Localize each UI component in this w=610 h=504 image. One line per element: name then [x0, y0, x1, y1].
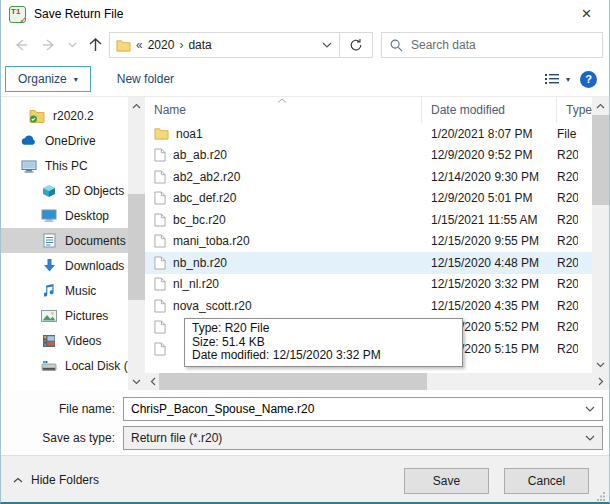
- search-box: [381, 32, 603, 58]
- save-as-type-dropdown[interactable]: Return file (*.r20): [123, 426, 603, 450]
- back-icon[interactable]: [9, 33, 33, 57]
- dialog-footer: Hide Folders Save Cancel: [1, 455, 609, 504]
- sidebar-item-this-pc[interactable]: This PC: [1, 153, 128, 178]
- scroll-right-icon[interactable]: [592, 373, 609, 390]
- file-row-ab2-ab2[interactable]: ab2_ab2.r20 12/14/2020 9:30 PM R20 File: [145, 166, 592, 188]
- window-title: Save Return File: [34, 7, 123, 21]
- breadcrumb-item-2020[interactable]: 2020: [148, 38, 175, 52]
- search-input[interactable]: [411, 38, 594, 52]
- scroll-down-icon[interactable]: [128, 373, 145, 390]
- sidebar-item-label: Desktop: [65, 209, 109, 223]
- scrollbar-thumb[interactable]: [592, 115, 609, 205]
- navigation-bar: « 2020 › data: [1, 28, 609, 62]
- sidebar-item-label: OneDrive: [45, 134, 96, 148]
- breadcrumb-path[interactable]: « 2020 › data: [110, 33, 315, 57]
- save-dialog-window: T1 ✓ Save Return File × « 2020: [0, 0, 610, 504]
- sidebar-item-label: Pictures: [65, 309, 108, 323]
- chevron-up-icon: [13, 477, 23, 483]
- forward-icon[interactable]: [37, 33, 61, 57]
- sidebar-item-videos[interactable]: Videos: [1, 328, 128, 353]
- list-view-icon: [544, 72, 560, 86]
- file-row-bc-bc[interactable]: bc_bc.r20 1/15/2021 11:55 AM R20 File: [145, 209, 592, 231]
- column-header-type[interactable]: Type: [557, 97, 592, 123]
- scroll-up-icon[interactable]: [592, 97, 609, 114]
- file-name-label: File name:: [1, 402, 123, 416]
- address-dropdown-icon[interactable]: [315, 33, 339, 57]
- refresh-icon[interactable]: [339, 33, 372, 57]
- sidebar-item-music[interactable]: Music: [1, 278, 128, 303]
- sidebar-item-label: Downloads: [65, 259, 124, 273]
- file-icon: [154, 191, 166, 205]
- organize-label: Organize: [18, 72, 67, 86]
- sidebar-item-3d-objects[interactable]: 3D Objects: [1, 178, 128, 203]
- recent-locations-chevron-icon[interactable]: [65, 33, 79, 57]
- scroll-down-icon[interactable]: [592, 356, 609, 373]
- cancel-button[interactable]: Cancel: [504, 468, 589, 494]
- file-row-nova-scott[interactable]: nova_scott.r20 12/15/2020 4:35 PM R20 Fi…: [145, 295, 592, 317]
- sidebar-item-r2020[interactable]: r2020.2: [1, 103, 128, 128]
- document-icon: [41, 233, 57, 248]
- sidebar-item-label: r2020.2: [53, 109, 94, 123]
- close-icon[interactable]: ×: [564, 0, 609, 28]
- new-folder-button[interactable]: New folder: [107, 66, 184, 92]
- chevron-down-icon[interactable]: [578, 406, 602, 412]
- scroll-up-icon[interactable]: [128, 97, 145, 114]
- help-icon[interactable]: ?: [580, 71, 597, 88]
- sidebar-item-pictures[interactable]: Pictures: [1, 303, 128, 328]
- hide-folders-button[interactable]: Hide Folders: [13, 473, 99, 487]
- file-name-input[interactable]: [124, 402, 578, 416]
- tooltip-type: Type: R20 File: [192, 322, 455, 336]
- file-name-combobox: [123, 397, 603, 421]
- file-row-mani-toba[interactable]: mani_toba.r20 12/15/2020 9:55 PM R20 Fil…: [145, 231, 592, 253]
- sidebar-item-downloads[interactable]: Downloads: [1, 253, 128, 278]
- sidebar-item-documents[interactable]: Documents: [1, 228, 128, 253]
- file-row-abc-def[interactable]: abc_def.r20 12/9/2020 5:01 PM R20 File: [145, 188, 592, 210]
- file-row-noa1[interactable]: noa1 1/20/2021 8:07 PM File folder: [145, 123, 592, 145]
- resize-grip[interactable]: [597, 492, 606, 501]
- up-icon[interactable]: [83, 33, 107, 57]
- folder-icon: [154, 127, 169, 140]
- sidebar-item-label: Documents: [65, 234, 126, 248]
- sidebar-item-label: Local Disk (C:): [65, 359, 128, 373]
- breadcrumb-collapse[interactable]: «: [136, 38, 143, 52]
- t1-app-icon: T1 ✓: [9, 6, 26, 23]
- file-list-scrollbar[interactable]: [592, 97, 609, 373]
- scrollbar-thumb[interactable]: [159, 373, 427, 390]
- new-folder-label: New folder: [117, 72, 174, 86]
- file-row-nl-nl[interactable]: nl_nl.r20 12/15/2020 3:32 PM R20 File: [145, 274, 592, 296]
- save-as-type-label: Save as type:: [1, 431, 123, 445]
- change-view-button[interactable]: ▾: [544, 72, 570, 86]
- navigation-pane: r2020.2 OneDrive This PC 3D Objects: [1, 97, 128, 390]
- scrollbar-thumb[interactable]: [128, 194, 145, 300]
- chevron-down-icon: ▾: [566, 75, 570, 84]
- synced-folder-icon: [29, 109, 45, 123]
- file-row-nb-nb[interactable]: nb_nb.r20 12/15/2020 4:48 PM R20 File: [145, 252, 592, 274]
- file-icon: [154, 277, 166, 291]
- breadcrumb-separator: ›: [179, 38, 183, 52]
- column-header-date-modified[interactable]: Date modified: [422, 97, 557, 123]
- tooltip-size: Size: 51.4 KB: [192, 336, 455, 350]
- breadcrumb-item-data[interactable]: data: [188, 38, 211, 52]
- file-row-ab-ab[interactable]: ab_ab.r20 12/9/2020 9:52 PM R20 File: [145, 145, 592, 167]
- hide-folders-label: Hide Folders: [31, 473, 99, 487]
- organize-button[interactable]: Organize ▾: [5, 66, 91, 92]
- sidebar-scrollbar[interactable]: [128, 97, 145, 390]
- file-icon: [154, 213, 166, 227]
- file-icon: [154, 320, 166, 334]
- download-arrow-icon: [41, 258, 57, 273]
- file-icon: [154, 342, 166, 356]
- save-button[interactable]: Save: [404, 468, 489, 494]
- column-headers: Name Date modified Type: [145, 97, 592, 123]
- sidebar-item-desktop[interactable]: Desktop: [1, 203, 128, 228]
- sidebar-item-label: 3D Objects: [65, 184, 124, 198]
- hard-disk-icon: [41, 360, 57, 372]
- tooltip-date-modified: Date modified: 12/15/2020 3:32 PM: [192, 349, 455, 363]
- sidebar-item-onedrive[interactable]: OneDrive: [1, 128, 128, 153]
- sidebar-item-local-disk-c[interactable]: Local Disk (C:): [1, 353, 128, 378]
- filename-section: File name: Save as type: Return file (*.…: [1, 390, 609, 455]
- 3d-cube-icon: [41, 184, 57, 198]
- file-list-horizontal-scrollbar[interactable]: [145, 373, 609, 390]
- file-icon: [154, 148, 166, 162]
- file-icon: [154, 170, 166, 184]
- save-as-type-value: Return file (*.r20): [124, 431, 578, 445]
